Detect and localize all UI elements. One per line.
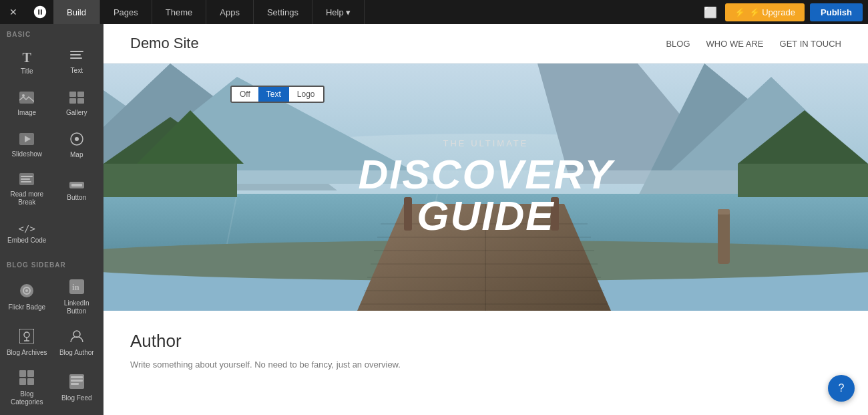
sidebar-item-text[interactable]: Text — [53, 42, 101, 82]
tab-pages[interactable]: Pages — [100, 0, 152, 24]
text-icon — [70, 51, 83, 63]
sidebar-item-map[interactable]: Map — [53, 125, 101, 165]
toggle-text[interactable]: Text — [258, 87, 289, 102]
site-nav: BLOG WHO WE ARE GET IN TOUCH — [666, 39, 841, 49]
svg-point-21 — [25, 289, 28, 292]
tab-apps[interactable]: Apps — [206, 0, 254, 24]
sidebar-item-flickr-badge[interactable]: Flickr Badge — [3, 273, 51, 321]
svg-point-12 — [75, 137, 79, 141]
hero-text: THE ULTIMATE DISCOVERY GUIDE — [294, 138, 677, 237]
svg-rect-0 — [70, 51, 83, 52]
help-fab-icon: ? — [839, 382, 845, 394]
sidebar-item-image[interactable]: Image — [3, 84, 51, 124]
read-more-break-icon — [19, 173, 34, 187]
svg-rect-30 — [27, 370, 34, 377]
upgrade-icon: ⚡ — [734, 7, 745, 17]
linkedin-button-label: LinkedIn Button — [55, 299, 99, 315]
nav-get-in-touch[interactable]: GET IN TOUCH — [780, 39, 841, 49]
hero-section: THE ULTIMATE DISCOVERY GUIDE — [103, 63, 868, 311]
blog-author-label: Blog Author — [59, 349, 94, 357]
blog-author-icon — [69, 329, 84, 345]
weebly-logo-icon — [33, 5, 47, 19]
slideshow-icon — [19, 133, 34, 147]
publish-button[interactable]: Publish — [810, 3, 863, 21]
sidebar-item-read-more-break[interactable]: Read more Break — [3, 166, 51, 212]
section-label-blog-sidebar: BLOG SIDEBAR — [0, 255, 103, 271]
tab-settings[interactable]: Settings — [254, 0, 312, 24]
sidebar-item-blog-author[interactable]: Blog Author — [53, 322, 101, 362]
svg-rect-36 — [71, 383, 79, 385]
flickr-badge-icon — [19, 283, 34, 300]
tab-theme[interactable]: Theme — [152, 0, 206, 24]
flickr-badge-label: Flickr Badge — [8, 303, 45, 311]
blog-archives-icon — [19, 329, 34, 345]
gallery-label: Gallery — [66, 109, 87, 117]
main-nav: Build Pages Theme Apps Settings Help ▾ — [53, 0, 365, 24]
image-label: Image — [17, 109, 36, 117]
svg-text:in: in — [72, 282, 80, 292]
weebly-logo[interactable] — [27, 0, 53, 24]
sidebar-item-blog-archives[interactable]: Blog Archives — [3, 322, 51, 362]
embed-code-label: Embed Code — [7, 237, 46, 245]
toggle-off[interactable]: Off — [232, 87, 258, 102]
svg-rect-5 — [69, 92, 76, 97]
main-layout: BASIC T Title Text Image — [0, 24, 868, 415]
title-label: Title — [21, 67, 33, 76]
svg-rect-14 — [21, 176, 33, 177]
button-label: Button — [67, 194, 86, 202]
author-section: Author Write something about yourself. N… — [103, 311, 868, 392]
topbar: ✕ Build Pages Theme Apps Settings Help ▾… — [0, 0, 868, 24]
svg-rect-7 — [69, 98, 76, 104]
svg-rect-16 — [21, 181, 31, 182]
svg-rect-6 — [77, 92, 84, 97]
svg-rect-53 — [103, 164, 237, 197]
sidebar-item-gallery[interactable]: Gallery — [53, 84, 101, 124]
hero-subtitle: THE ULTIMATE — [294, 138, 677, 148]
linkedin-button-icon: in — [69, 279, 84, 296]
svg-rect-31 — [19, 378, 26, 385]
slideshow-label: Slideshow — [11, 150, 42, 158]
sidebar-item-embed-code[interactable]: </> Embed Code — [3, 213, 51, 253]
tab-build[interactable]: Build — [53, 0, 100, 24]
sidebar-item-blog-categories[interactable]: Blog Categories — [3, 364, 51, 412]
sidebar-item-linkedin-button[interactable]: in LinkedIn Button — [53, 273, 101, 321]
blog-feed-label: Blog Feed — [61, 394, 92, 402]
text-label: Text — [71, 67, 83, 75]
sidebar-item-slideshow[interactable]: Slideshow — [3, 125, 51, 165]
author-description: Write something about yourself. No need … — [130, 358, 841, 372]
close-button[interactable]: ✕ — [0, 0, 27, 24]
svg-rect-70 — [718, 211, 730, 264]
svg-rect-1 — [70, 54, 81, 55]
svg-rect-34 — [71, 376, 83, 378]
blog-feed-icon — [69, 374, 84, 391]
preview-area: Demo Site Off Text Logo BLOG WHO WE ARE … — [103, 24, 868, 415]
help-fab-button[interactable]: ? — [828, 375, 855, 402]
svg-rect-29 — [19, 370, 26, 377]
image-icon — [19, 92, 34, 106]
content-area: Demo Site Off Text Logo BLOG WHO WE ARE … — [103, 24, 868, 415]
upgrade-button[interactable]: ⚡ ⚡ Upgrade — [725, 3, 805, 21]
toggle-logo[interactable]: Logo — [289, 87, 323, 102]
section-label-basic: BASIC — [0, 24, 103, 41]
svg-rect-18 — [71, 184, 82, 186]
map-label: Map — [70, 151, 83, 159]
tab-help[interactable]: Help ▾ — [312, 0, 365, 24]
topbar-left: ✕ Build Pages Theme Apps Settings Help ▾ — [0, 0, 365, 24]
svg-rect-56 — [738, 164, 868, 197]
nav-who-we-are[interactable]: WHO WE ARE — [706, 39, 764, 49]
site-header: Demo Site Off Text Logo BLOG WHO WE ARE … — [103, 24, 868, 63]
device-toggle-icon[interactable]: ⬜ — [704, 6, 717, 19]
svg-rect-32 — [27, 378, 34, 385]
sidebar-item-title[interactable]: T Title — [3, 42, 51, 82]
logo-toggle-bar: Off Text Logo — [230, 86, 324, 103]
blog-archives-label: Blog Archives — [7, 349, 47, 357]
gallery-icon — [69, 92, 84, 106]
svg-rect-3 — [19, 92, 34, 104]
sidebar-item-button[interactable]: Button — [53, 166, 101, 212]
sidebar-item-blog-feed[interactable]: Blog Feed — [53, 364, 101, 412]
svg-rect-2 — [70, 57, 82, 59]
blog-sidebar-grid: Flickr Badge in LinkedIn Button Blog Arc… — [0, 271, 103, 413]
nav-blog[interactable]: BLOG — [666, 39, 690, 49]
blog-categories-label: Blog Categories — [5, 390, 49, 406]
site-title[interactable]: Demo Site — [130, 35, 199, 52]
